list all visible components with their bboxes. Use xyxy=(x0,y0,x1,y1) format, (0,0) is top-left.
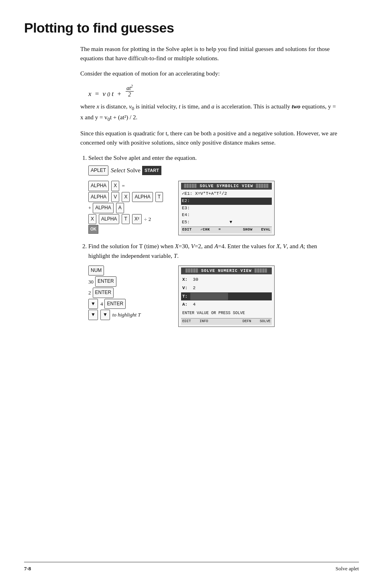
key-line-4: X ALPHA T X² ÷ 2 xyxy=(88,214,169,225)
val-4: 4 xyxy=(100,299,103,308)
key-line-3: + ALPHA A xyxy=(88,203,169,213)
step-2-keys: NUM 30 ENTER 2 ENTER ▼ 4 xyxy=(88,265,169,321)
screen-1-footer: EDIT ✓CHK = SHOW EVAL xyxy=(181,227,272,233)
screen-2-header: SOLVE NUMERIC VIEW xyxy=(181,267,272,275)
key2-line-1: NUM xyxy=(88,265,169,276)
key-line-5: OK xyxy=(88,225,169,234)
plus-sym: + xyxy=(88,203,91,212)
key-line-1: ALPHA X = xyxy=(88,181,169,191)
var-v: V: 2 xyxy=(181,284,272,292)
eq-sym-1: = xyxy=(122,181,124,190)
footer2-edit: EDIT xyxy=(182,319,191,325)
var-x-label: X: xyxy=(182,276,190,284)
alpha-key-2: ALPHA xyxy=(88,192,109,202)
alpha-key-5: ALPHA xyxy=(99,214,119,225)
down-key-3: ▼ xyxy=(100,310,110,320)
footer2-blank1 xyxy=(217,319,221,325)
intro-p3: where x is distance, v0 is initial veloc… xyxy=(80,102,339,123)
screen-row-e4: E4: xyxy=(181,212,272,219)
key-line-2: ALPHA V X ALPHA T xyxy=(88,192,169,202)
aplet-key: APLET xyxy=(88,165,108,176)
var-x-value: 30 xyxy=(190,276,198,284)
step-2-instruction: NUM 30 ENTER 2 ENTER ▼ 4 xyxy=(88,265,339,327)
key2-line-2: 30 ENTER xyxy=(88,276,169,287)
step-1: Select the Solve aplet and enter the equ… xyxy=(88,153,339,236)
var-v-value: 2 xyxy=(190,284,196,292)
v-key: V xyxy=(111,192,119,202)
var-a-value: 4 xyxy=(190,301,196,308)
x-key-1: X xyxy=(111,181,119,191)
two-sym: 2 xyxy=(149,214,151,224)
down-key-2: ▼ xyxy=(88,310,98,320)
footer-edit: EDIT xyxy=(182,227,192,233)
footer2-defn: DEFN xyxy=(242,319,251,325)
solve-text: Solve xyxy=(127,165,141,176)
screen-2-footer: EDIT INFO DEFN SOLVE xyxy=(181,318,272,325)
intro-p1: The main reason for plotting in the Solv… xyxy=(80,45,339,63)
var-a: A: 4 xyxy=(181,300,272,309)
t-key-2: T xyxy=(122,214,129,225)
main-content: The main reason for plotting in the Solv… xyxy=(80,45,339,327)
screen-1-header: SOLVE SYMBOLIC VIEW xyxy=(181,183,272,190)
div-sym: ÷ xyxy=(144,214,147,224)
ok-key: OK xyxy=(88,225,98,234)
steps-list: Select the Solve aplet and enter the equ… xyxy=(88,153,339,327)
main-equation: x = v0t + at2 2 xyxy=(88,84,339,98)
step-1-content: APLET Select Solve START ALPHA X = ALPHA xyxy=(88,165,339,235)
step-2: Find the solution for T (time) when X=30… xyxy=(88,242,339,327)
var-t-label: T: xyxy=(182,293,190,300)
key2-line-4: ▼ 4 ENTER xyxy=(88,299,169,309)
chapter-title: Solve aplet xyxy=(336,566,359,572)
footer-blank xyxy=(230,227,234,233)
step-2-screen: SOLVE NUMERIC VIEW X: 30 V: 2 T: xyxy=(178,265,275,327)
page-footer: 7-8 Solve aplet xyxy=(24,562,359,572)
footer-eval: EVAL xyxy=(261,227,271,233)
var-a-label: A: xyxy=(182,301,190,308)
val-30: 30 xyxy=(88,277,94,286)
screen-row-e1: ✓E1: X=V*T+A*T²/2 xyxy=(181,190,272,198)
footer-eq: = xyxy=(218,227,221,233)
step-1-aplet-row: APLET Select Solve START xyxy=(88,165,339,176)
screen-row-e2: E2: xyxy=(181,198,272,205)
enter-key-2: ENTER xyxy=(93,288,114,298)
enter-key-3: ENTER xyxy=(104,299,126,309)
step-1-instruction: ALPHA X = ALPHA V X ALPHA T + xyxy=(88,181,339,235)
var-t-input xyxy=(190,293,228,300)
enter-key-1: ENTER xyxy=(95,276,116,287)
x-key-3: X xyxy=(88,214,96,225)
var-v-label: V: xyxy=(182,284,190,292)
key2-line-5: ▼ ▼ to highlight T xyxy=(88,310,169,320)
num-key: NUM xyxy=(88,265,104,276)
alpha-key-3: ALPHA xyxy=(132,192,153,202)
page-number: 7-8 xyxy=(24,566,31,572)
select-text: Select xyxy=(111,165,125,176)
status-line: ENTER VALUE OR PRESS SOLVE xyxy=(181,309,272,317)
step-2-content: NUM 30 ENTER 2 ENTER ▼ 4 xyxy=(88,265,339,327)
val-2: 2 xyxy=(88,288,91,297)
highlight-text: to highlight T xyxy=(112,310,141,319)
footer-show: SHOW xyxy=(243,227,253,233)
t-key-1: T xyxy=(155,192,163,202)
x-key-2: X xyxy=(122,192,130,202)
intro-p2: Consider the equation of motion for an a… xyxy=(80,69,339,78)
down-key-1: ▼ xyxy=(88,299,98,309)
footer2-solve: SOLVE xyxy=(260,319,271,325)
footer2-info: INFO xyxy=(200,319,208,325)
screen-row-e5: E5: ▼ xyxy=(181,219,272,226)
step-1-screen: SOLVE SYMBOLIC VIEW ✓E1: X=V*T+A*T²/2 E2… xyxy=(178,181,275,235)
footer2-blank2 xyxy=(230,319,234,325)
page-title: Plotting to find guesses xyxy=(24,20,359,36)
footer-chk: ✓CHK xyxy=(200,227,210,233)
step-1-text: Select the Solve aplet and enter the equ… xyxy=(88,155,197,161)
intro-p4: Since this equation is quadratic for t, … xyxy=(80,129,339,148)
var-x: X: 30 xyxy=(181,276,272,284)
screen-row-e3: E3: xyxy=(181,205,272,212)
x2-key: X² xyxy=(132,214,142,225)
alpha-key-1: ALPHA xyxy=(88,181,109,191)
step-1-keys: ALPHA X = ALPHA V X ALPHA T + xyxy=(88,181,169,235)
start-key: START xyxy=(142,166,161,176)
step-2-text: Find the solution for T (time) when X=30… xyxy=(88,243,317,259)
var-t: T: xyxy=(181,292,272,301)
a-key: A xyxy=(116,203,124,213)
key2-line-3: 2 ENTER xyxy=(88,288,169,298)
